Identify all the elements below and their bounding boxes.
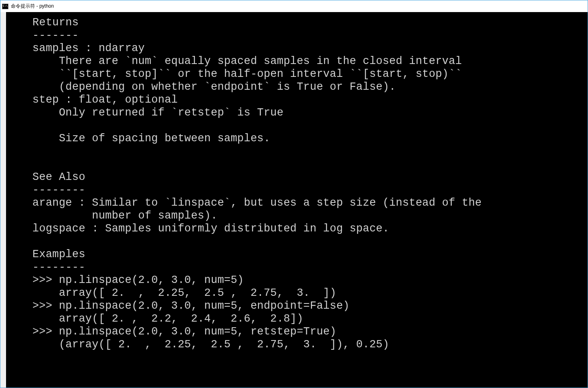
terminal-line: >>> np.linspace(2.0, 3.0, num=5, endpoin… <box>6 299 588 312</box>
window-titlebar[interactable]: C:\ 命令提示符 - python <box>0 0 588 12</box>
cmd-icon: C:\ <box>2 4 8 9</box>
terminal-line: Examples <box>6 248 588 261</box>
terminal-line <box>6 119 588 132</box>
terminal-line: (depending on whether `endpoint` is True… <box>6 80 588 93</box>
terminal-line: Returns <box>6 16 588 29</box>
terminal-line: -------- <box>6 184 588 196</box>
terminal-line: Size of spacing between samples. <box>6 132 588 145</box>
terminal-line: array([ 2. , 2.2, 2.4, 2.6, 2.8]) <box>6 312 588 325</box>
terminal-line <box>6 235 588 248</box>
terminal-line: ``[start, stop]`` or the half-open inter… <box>6 68 588 80</box>
terminal-line <box>6 145 588 158</box>
terminal-line: logspace : Samples uniformly distributed… <box>6 222 588 235</box>
terminal-line: ------- <box>6 29 588 42</box>
terminal-line: There are `num` equally spaced samples i… <box>6 55 588 68</box>
left-gutter <box>0 12 6 388</box>
terminal-line: >>> np.linspace(2.0, 3.0, num=5) <box>6 274 588 287</box>
terminal-line: array([ 2. , 2.25, 2.5 , 2.75, 3. ]) <box>6 287 588 299</box>
terminal-line: See Also <box>6 171 588 184</box>
terminal-line: number of samples). <box>6 209 588 222</box>
terminal-line <box>6 158 588 171</box>
terminal-output[interactable]: Returns ------- samples : ndarray There … <box>6 12 588 388</box>
window-body: Returns ------- samples : ndarray There … <box>0 12 588 388</box>
terminal-line: (array([ 2. , 2.25, 2.5 , 2.75, 3. ]), 0… <box>6 338 588 351</box>
terminal-line: samples : ndarray <box>6 42 588 55</box>
terminal-line: >>> np.linspace(2.0, 3.0, num=5, retstep… <box>6 325 588 338</box>
terminal-line: step : float, optional <box>6 93 588 106</box>
terminal-line: arange : Similar to `linspace`, but uses… <box>6 196 588 209</box>
window-title: 命令提示符 - python <box>11 3 54 10</box>
terminal-line: -------- <box>6 261 588 274</box>
terminal-line: Only returned if `retstep` is True <box>6 106 588 119</box>
